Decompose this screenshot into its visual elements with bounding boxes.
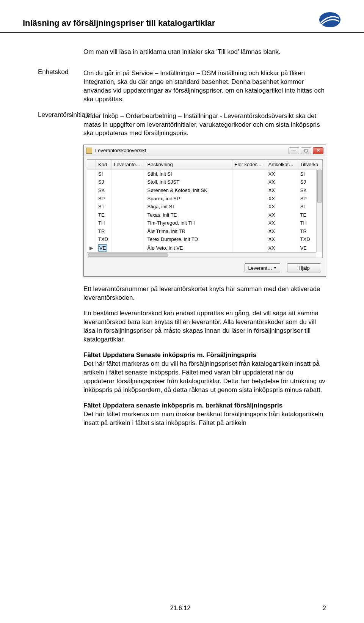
col-rowhead[interactable] — [87, 160, 96, 170]
table-row[interactable]: TETexas, init TEXXTE — [87, 211, 322, 219]
leverant-button-label: Leverant… — [248, 265, 272, 272]
leverant-button[interactable]: Leverant… ▼ — [245, 263, 280, 272]
table-row[interactable]: SJStoll, init SJSTXXSJ — [87, 178, 322, 186]
after-body: Ett leverantörsnummer på leverantörskort… — [83, 285, 326, 427]
supplier-code-table[interactable]: Kod Leverantö… Beskrivning Fler koder… A… — [87, 160, 322, 252]
table-row[interactable]: TXDTerex Dumpere, init TDXXTXD — [87, 235, 322, 244]
section-leverantor: Leverantörsinitialer Under Inköp – Order… — [38, 111, 326, 138]
leverantor-body: Under Inköp – Orderbearbetning – Inställ… — [83, 112, 326, 138]
enhetskod-body: Om du går in på Service – Inställningar … — [83, 69, 326, 104]
maximize-button[interactable]: ▢ — [301, 147, 311, 154]
table-row[interactable]: SIStihl, init SIXXSI — [87, 170, 322, 178]
col-beskrivning[interactable]: Beskrivning — [145, 160, 232, 170]
horizontal-scrollbar[interactable] — [87, 252, 316, 258]
table-row[interactable]: STStiga, init STXXST — [87, 203, 322, 211]
after-h2: Fältet Uppdatera senaste inköpspris m. b… — [83, 402, 282, 409]
window-title: Leverantörskodöversikt — [95, 147, 287, 154]
vertical-scrollbar[interactable] — [316, 169, 322, 252]
after-h1: Fältet Uppdatera Senaste inköpspris m. F… — [83, 351, 256, 359]
window-icon — [86, 148, 92, 154]
col-kod[interactable]: Kod — [96, 160, 111, 170]
company-logo-icon — [318, 11, 341, 28]
section-enhetskod: Enhetskod Om du går in på Service – Inst… — [38, 68, 326, 104]
footer-date: 21.6.12 — [170, 605, 190, 612]
hjalp-button-label: Hjälp — [298, 265, 310, 272]
table-row[interactable]: SKSørensen & Kofoed, init SKXXSK — [87, 186, 322, 195]
footer-page: 2 — [323, 605, 326, 612]
after-p2: En bestämd leverantörskod kan endast upp… — [83, 309, 326, 344]
table-row[interactable]: TRÅlø Trima, init TRXXTR — [87, 227, 322, 236]
table-row[interactable]: ▶VEÅlø Veto, init VEXXVE — [87, 244, 322, 253]
minimize-button[interactable]: — — [289, 147, 299, 154]
col-leveranto[interactable]: Leverantö… — [111, 160, 145, 170]
page-title: Inläsning av försäljningspriser till kat… — [23, 18, 215, 28]
intro-text: Om man vill läsa in artiklarna utan init… — [83, 48, 326, 57]
after-p4: Det här fältet markeras om man önskar be… — [83, 411, 323, 426]
after-p1: Ett leverantörsnummer på leverantörskort… — [83, 285, 326, 302]
col-artikelkat[interactable]: Artikelkat… — [266, 160, 298, 170]
grid-wrapper: Kod Leverantö… Beskrivning Fler koder… A… — [87, 159, 323, 258]
dropdown-icon: ▼ — [273, 266, 277, 270]
hjalp-button[interactable]: Hjälp — [287, 263, 321, 272]
col-flerkoder[interactable]: Fler koder… — [232, 160, 266, 170]
table-row[interactable]: THTim-Thyregod, init THXXTH — [87, 219, 322, 227]
table-row[interactable]: SPSparex, init SPXXSP — [87, 195, 322, 203]
close-button[interactable]: ✕ — [313, 147, 323, 154]
window-titlebar[interactable]: Leverantörskodöversikt — ▢ ✕ — [84, 145, 326, 156]
col-tillverka[interactable]: Tillverka — [298, 160, 322, 170]
after-p3: Det här fältet markeras om du vill ha fö… — [83, 360, 325, 393]
leverantorskod-window: Leverantörskodöversikt — ▢ ✕ Kod Leveran… — [83, 145, 326, 277]
